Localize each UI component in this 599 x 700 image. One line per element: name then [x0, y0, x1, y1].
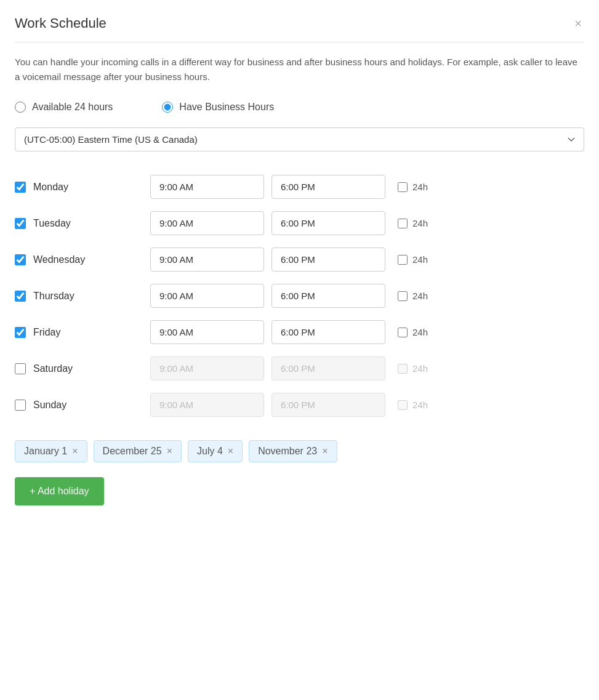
day-check-saturday: Saturday [15, 363, 150, 374]
allday-checkbox-friday[interactable] [398, 328, 408, 337]
timezone-select[interactable]: (UTC-05:00) Eastern Time (US & Canada) [15, 127, 584, 151]
allday-group-saturday: 24h [398, 363, 428, 374]
end-time-friday[interactable] [271, 320, 385, 344]
start-time-friday[interactable] [150, 320, 264, 344]
allday-checkbox-tuesday[interactable] [398, 219, 408, 228]
modal-header: Work Schedule × [15, 15, 584, 32]
end-time-monday[interactable] [271, 175, 385, 199]
day-checkbox-tuesday[interactable] [15, 218, 26, 229]
allday-checkbox-monday[interactable] [398, 182, 408, 192]
available-24h-label: Available 24 hours [32, 102, 113, 113]
allday-group-monday: 24h [398, 182, 428, 192]
holiday-remove-button[interactable]: × [72, 446, 78, 456]
add-holiday-button[interactable]: + Add holiday [15, 477, 104, 505]
allday-label-thursday: 24h [412, 291, 428, 301]
start-time-thursday[interactable] [150, 284, 264, 308]
schedule-grid: Monday 24h Tuesday 24h Wednesday 24h [15, 169, 584, 423]
allday-label-tuesday: 24h [412, 218, 428, 228]
available-24h-option[interactable]: Available 24 hours [15, 102, 113, 113]
allday-label-sunday: 24h [412, 400, 428, 410]
allday-label-friday: 24h [412, 327, 428, 337]
day-check-wednesday: Wednesday [15, 254, 150, 265]
available-24h-radio[interactable] [15, 102, 26, 113]
allday-checkbox-saturday [398, 364, 408, 374]
allday-group-friday: 24h [398, 327, 428, 337]
day-check-sunday: Sunday [15, 400, 150, 411]
holidays-section: January 1 × December 25 × July 4 × Novem… [15, 440, 584, 462]
header-divider [15, 42, 584, 42]
day-label-sunday: Sunday [33, 400, 66, 411]
holiday-label: December 25 [103, 446, 162, 457]
day-check-thursday: Thursday [15, 291, 150, 302]
day-row: Friday 24h [15, 314, 584, 350]
allday-label-monday: 24h [412, 182, 428, 192]
end-time-wednesday[interactable] [271, 247, 385, 272]
start-time-monday[interactable] [150, 175, 264, 199]
holiday-tag: July 4 × [188, 440, 243, 462]
allday-label-wednesday: 24h [412, 254, 428, 265]
holiday-label: November 23 [258, 446, 317, 457]
allday-checkbox-wednesday[interactable] [398, 255, 408, 265]
allday-checkbox-thursday[interactable] [398, 291, 408, 301]
start-time-wednesday[interactable] [150, 247, 264, 272]
description-text: You can handle your incoming calls in a … [15, 55, 584, 84]
holiday-remove-button[interactable]: × [322, 446, 328, 456]
day-checkbox-sunday[interactable] [15, 400, 26, 411]
holiday-tag: December 25 × [94, 440, 182, 462]
day-checkbox-saturday[interactable] [15, 363, 26, 374]
holiday-label: January 1 [24, 446, 67, 457]
allday-label-saturday: 24h [412, 363, 428, 374]
allday-group-tuesday: 24h [398, 218, 428, 228]
start-time-sunday [150, 393, 264, 417]
day-row: Tuesday 24h [15, 205, 584, 241]
modal-title: Work Schedule [15, 15, 107, 31]
holiday-tag: January 1 × [15, 440, 87, 462]
day-label-wednesday: Wednesday [33, 254, 85, 265]
start-time-saturday [150, 356, 264, 380]
end-time-thursday[interactable] [271, 284, 385, 308]
holiday-tag: November 23 × [249, 440, 337, 462]
day-checkbox-thursday[interactable] [15, 291, 26, 302]
allday-group-wednesday: 24h [398, 254, 428, 265]
day-label-tuesday: Tuesday [33, 218, 71, 229]
holiday-remove-button[interactable]: × [167, 446, 172, 456]
day-label-friday: Friday [33, 327, 60, 338]
day-label-monday: Monday [33, 182, 68, 193]
day-row: Monday 24h [15, 169, 584, 205]
day-check-monday: Monday [15, 182, 150, 193]
end-time-sunday [271, 393, 385, 417]
day-check-tuesday: Tuesday [15, 218, 150, 229]
allday-group-thursday: 24h [398, 291, 428, 301]
day-row: Wednesday 24h [15, 241, 584, 278]
day-row: Sunday 24h [15, 387, 584, 423]
allday-group-sunday: 24h [398, 400, 428, 410]
day-row: Saturday 24h [15, 350, 584, 387]
day-label-thursday: Thursday [33, 291, 74, 302]
end-time-tuesday[interactable] [271, 211, 385, 235]
day-checkbox-wednesday[interactable] [15, 254, 26, 265]
day-checkbox-monday[interactable] [15, 182, 26, 193]
have-business-hours-radio[interactable] [162, 102, 173, 113]
allday-checkbox-sunday [398, 400, 408, 410]
day-check-friday: Friday [15, 327, 150, 338]
day-row: Thursday 24h [15, 278, 584, 314]
start-time-tuesday[interactable] [150, 211, 264, 235]
holiday-label: July 4 [197, 446, 223, 457]
availability-radio-group: Available 24 hours Have Business Hours [15, 102, 584, 113]
have-business-hours-option[interactable]: Have Business Hours [162, 102, 274, 113]
holiday-remove-button[interactable]: × [228, 446, 233, 456]
day-label-saturday: Saturday [33, 363, 73, 374]
work-schedule-modal: Work Schedule × You can handle your inco… [0, 0, 599, 700]
day-checkbox-friday[interactable] [15, 327, 26, 338]
end-time-saturday [271, 356, 385, 380]
have-business-hours-label: Have Business Hours [179, 102, 274, 113]
close-button[interactable]: × [572, 15, 584, 32]
